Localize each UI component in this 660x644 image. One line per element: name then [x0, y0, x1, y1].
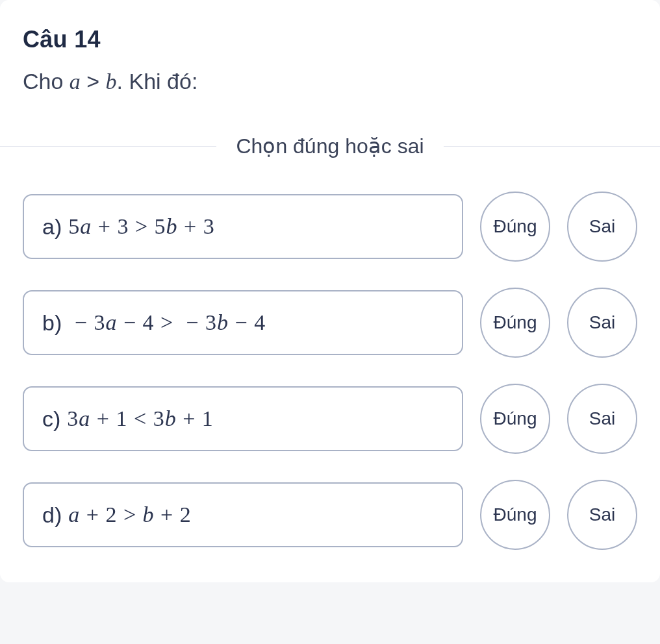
- option-letter: a): [42, 214, 62, 240]
- stem-suffix: . Khi đó:: [117, 69, 198, 93]
- option-letter: c): [42, 406, 60, 432]
- option-box-b: b) − 3a − 4 > − 3b − 4: [23, 290, 463, 355]
- option-box-c: c) 3a + 1 < 3b + 1: [23, 386, 463, 451]
- option-box-a: a) 5a + 3 > 5b + 3: [23, 194, 463, 259]
- question-stem: Cho a > b. Khi đó:: [23, 69, 637, 94]
- option-math-a: 5a + 3 > 5b + 3: [68, 214, 215, 239]
- false-button-c[interactable]: Sai: [567, 384, 637, 454]
- option-row-a: a) 5a + 3 > 5b + 3 Đúng Sai: [23, 192, 637, 262]
- false-button-d[interactable]: Sai: [567, 480, 637, 550]
- false-button-a[interactable]: Sai: [567, 192, 637, 262]
- instruction-divider: Chọn đúng hoặc sai: [0, 133, 660, 159]
- true-button-b[interactable]: Đúng: [480, 288, 550, 358]
- option-math-c: 3a + 1 < 3b + 1: [67, 406, 214, 431]
- question-card: Câu 14 Cho a > b. Khi đó: Chọn đúng hoặc…: [0, 0, 660, 582]
- true-button-a[interactable]: Đúng: [480, 192, 550, 262]
- stem-prefix: Cho: [23, 69, 70, 93]
- option-letter: d): [42, 502, 62, 528]
- option-math-b: − 3a − 4 > − 3b − 4: [68, 310, 266, 335]
- stem-math: a > b: [70, 69, 117, 93]
- option-box-d: d) a + 2 > b + 2: [23, 482, 463, 547]
- true-button-c[interactable]: Đúng: [480, 384, 550, 454]
- option-row-d: d) a + 2 > b + 2 Đúng Sai: [23, 480, 637, 550]
- true-button-d[interactable]: Đúng: [480, 480, 550, 550]
- options-list: a) 5a + 3 > 5b + 3 Đúng Sai b) − 3a − 4 …: [23, 192, 637, 550]
- option-row-c: c) 3a + 1 < 3b + 1 Đúng Sai: [23, 384, 637, 454]
- option-letter: b): [42, 310, 62, 336]
- false-button-b[interactable]: Sai: [567, 288, 637, 358]
- option-math-d: a + 2 > b + 2: [68, 502, 192, 527]
- question-title: Câu 14: [23, 26, 637, 53]
- option-row-b: b) − 3a − 4 > − 3b − 4 Đúng Sai: [23, 288, 637, 358]
- instruction-label: Chọn đúng hoặc sai: [216, 134, 443, 158]
